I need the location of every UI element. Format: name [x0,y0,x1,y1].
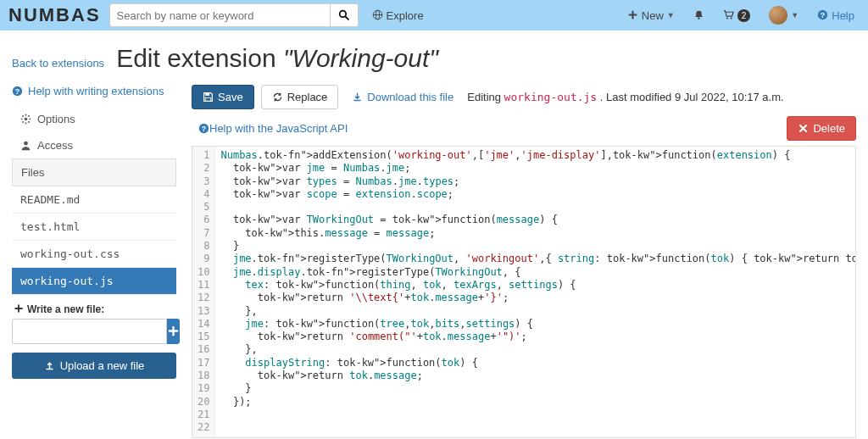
plus-icon [167,325,180,339]
brand-logo[interactable]: NUMBAS [8,4,101,26]
sidebar: Help with writing extensions Options Acc… [12,85,176,379]
cart-icon [723,9,734,22]
download-file-link[interactable]: Download this file [345,86,460,108]
gear-icon [20,113,31,125]
sidebar-options[interactable]: Options [12,106,176,132]
code-content[interactable]: Numbas.tok-fn">addExtension('working-out… [215,147,856,437]
upload-icon [44,359,55,372]
file-item[interactable]: README.md [12,186,176,214]
save-label: Save [218,91,243,103]
download-label: Download this file [367,91,453,103]
editing-prefix: Editing [467,91,504,103]
search-input[interactable] [109,3,330,27]
js-api-label: Help with the JavaScript API [209,122,348,135]
save-icon [203,91,214,103]
newfile-input[interactable] [12,319,167,344]
editing-meta: Editing working-out.js . Last modified 9… [467,91,783,103]
question-icon [198,122,209,135]
page-title: Edit extension "Working-out" [116,44,438,73]
globe-icon [372,9,383,22]
js-api-help-link[interactable]: Help with the JavaScript API [192,117,354,140]
access-label: Access [37,139,73,152]
download-icon [352,91,363,103]
plus-icon [627,9,638,22]
help-link[interactable]: Help [812,6,860,25]
question-icon [817,9,828,22]
bell-icon [693,9,704,22]
files-heading: Files [12,158,176,186]
explore-label: Explore [387,9,424,22]
refresh-icon [272,91,283,103]
file-item[interactable]: working-out.js [12,268,176,295]
delete-label: Delete [813,122,845,135]
explore-link[interactable]: Explore [367,6,429,25]
topbar: NUMBAS Explore New ▼ 2 ▼ Help [0,0,868,31]
main-panel: Save Replace Download this file Editing … [192,85,856,438]
upload-file-button[interactable]: Upload a new file [12,353,176,379]
upload-label: Upload a new file [60,359,145,372]
new-dropdown[interactable]: New ▼ [622,6,680,25]
line-gutter: 12345678910111213141516171819202122 [192,147,215,437]
save-button[interactable]: Save [192,85,254,109]
file-list: README.mdtest.htmlworking-out.cssworking… [12,186,176,295]
x-icon [798,122,809,135]
help-label: Help [832,9,854,22]
back-to-extensions-link[interactable]: Back to extensions [12,57,104,69]
search-button[interactable] [330,3,359,27]
caret-down-icon: ▼ [791,11,798,19]
plus-icon [14,303,24,315]
replace-button[interactable]: Replace [261,85,339,109]
user-menu[interactable]: ▼ [764,3,804,28]
editing-filename: working-out.js [504,91,598,103]
title-name: "Working-out" [283,44,438,72]
help-writing-extensions-link[interactable]: Help with writing extensions [12,85,176,97]
caret-down-icon: ▼ [667,11,675,19]
newfile-label: Write a new file: [14,303,175,315]
code-editor[interactable]: 12345678910111213141516171819202122 Numb… [192,146,856,438]
help-link-label: Help with writing extensions [28,85,164,97]
search-icon [338,9,349,22]
file-item[interactable]: test.html [12,214,176,241]
action-row: Save Replace Download this file Editing … [192,85,856,141]
sidebar-access[interactable]: Access [12,132,176,158]
modified-text: . Last modified 9 Jul 2022, 10:17 a.m. [597,91,783,103]
delete-button[interactable]: Delete [787,116,856,141]
options-label: Options [37,113,75,125]
newfile-label-text: Write a new file: [27,303,104,315]
page-header: Back to extensions Edit extension "Worki… [12,44,856,73]
basket-button[interactable]: 2 [718,6,756,25]
question-icon [12,85,23,97]
newfile-add-button[interactable] [167,319,180,344]
search-wrap [109,3,359,27]
title-prefix: Edit extension [116,44,283,72]
notifications-button[interactable] [688,6,709,25]
file-item[interactable]: working-out.css [12,241,176,268]
replace-label: Replace [287,91,328,103]
avatar [769,6,787,25]
cart-count-badge: 2 [737,9,751,22]
new-label: New [642,9,664,22]
user-icon [20,139,31,152]
